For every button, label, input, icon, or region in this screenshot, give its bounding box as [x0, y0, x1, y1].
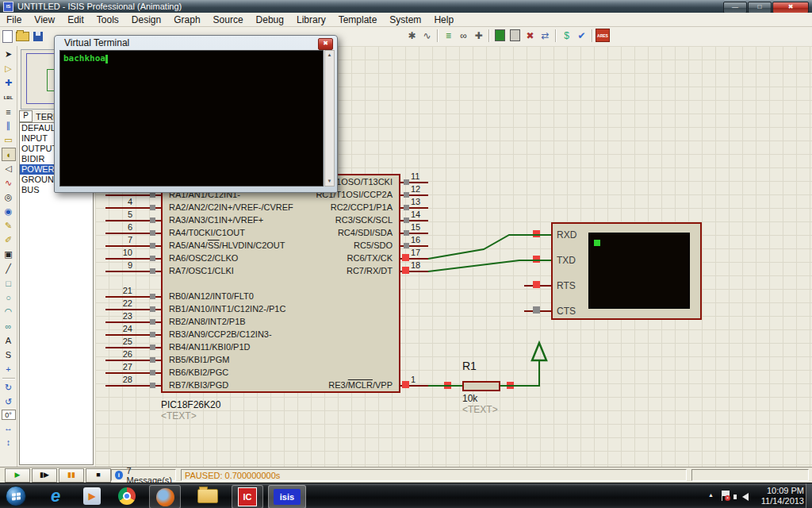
taskbar-mediaplayer-icon[interactable]: ▶ [81, 485, 103, 507]
pin-state-square [533, 306, 540, 314]
component-mode-icon[interactable]: ▷ [2, 62, 16, 75]
pin-number: 4 [105, 197, 132, 206]
taskbar-chrome-icon[interactable] [116, 485, 138, 507]
step-button[interactable]: ▮▶ [32, 468, 57, 483]
pin-number: 24 [105, 324, 132, 333]
terminal-mode-icon[interactable]: ◖ [2, 148, 16, 161]
remove-sheet-icon[interactable]: ✖ [523, 29, 537, 42]
menu-debug[interactable]: Debug [250, 14, 290, 25]
simulation-status-panel: PAUSED: 0.700000000s [181, 469, 687, 481]
property-assignment-icon[interactable]: ✚ [472, 29, 485, 42]
taskbar-isis-icon[interactable]: isis [268, 485, 306, 508]
voltage-probe-icon[interactable]: ✎ [2, 219, 16, 233]
tape-recorder-icon[interactable]: ◎ [2, 190, 16, 204]
maximize-button[interactable]: □ [748, 2, 772, 13]
buses-icon[interactable]: ∥ [2, 119, 16, 133]
stop-button[interactable]: ■ [86, 468, 111, 483]
taskbar-explorer-icon[interactable] [197, 485, 219, 507]
box-2d-icon[interactable]: □ [2, 276, 16, 290]
text-2d-icon[interactable]: A [2, 333, 16, 347]
search-tag-icon[interactable]: ∞ [457, 29, 470, 42]
menu-library[interactable]: Library [290, 14, 332, 25]
virtual-instruments-icon[interactable]: ▣ [2, 248, 16, 261]
pin-state-square [404, 179, 409, 185]
rotation-angle-field[interactable]: 0° [2, 410, 16, 420]
graph-mode-icon[interactable]: ∿ [2, 176, 16, 190]
terminal-scrollbar[interactable]: ▲ ▼ [324, 50, 335, 187]
taskbar-firefox-icon[interactable] [149, 485, 181, 508]
mirror-x-icon[interactable]: ↔ [2, 421, 16, 434]
close-button[interactable]: ✖ [772, 2, 809, 13]
title-bar[interactable]: IS UNTITLED - ISIS Professional (Animati… [0, 0, 812, 13]
junction-dot-icon[interactable]: ✚ [2, 76, 16, 90]
start-button[interactable] [6, 486, 26, 506]
device-pin-icon[interactable]: ◁ [2, 162, 16, 175]
play-button[interactable]: ▶ [5, 468, 30, 483]
text-script-icon[interactable]: ≡ [2, 105, 16, 118]
pick-terminals-button[interactable]: P [19, 110, 33, 122]
current-probe-icon[interactable]: ✐ [2, 233, 16, 247]
design-explorer-icon[interactable] [493, 29, 507, 42]
pin-number: 14 [411, 210, 420, 219]
wire-autorouter-icon[interactable]: ∿ [420, 29, 434, 42]
rotate-ccw-icon[interactable]: ↺ [2, 395, 16, 409]
scroll-down-icon[interactable]: ▼ [325, 177, 334, 186]
ares-icon[interactable]: ARES [596, 29, 610, 42]
line-2d-icon[interactable]: ╱ [2, 262, 16, 275]
menu-source[interactable]: Source [207, 14, 250, 25]
subcircuit-icon[interactable]: ▭ [2, 133, 16, 147]
new-sheet-icon[interactable] [508, 29, 522, 42]
wire-label-icon[interactable]: LBL [2, 90, 16, 104]
bill-of-materials-icon[interactable]: $ [560, 29, 573, 42]
menu-tools[interactable]: Tools [90, 14, 125, 25]
popup-close-button[interactable]: ✖ [318, 38, 333, 50]
marker-2d-icon[interactable]: + [2, 362, 16, 375]
taskbar-mikroc-icon[interactable]: IC [232, 485, 263, 508]
menu-graph[interactable]: Graph [167, 14, 206, 25]
electrical-rules-icon[interactable]: ✔ [575, 29, 588, 42]
scroll-up-icon[interactable]: ▲ [325, 51, 334, 60]
rotate-cw-icon[interactable]: ↻ [2, 381, 16, 394]
action-center-icon[interactable]: ✕ [722, 491, 730, 501]
menu-system[interactable]: System [383, 14, 427, 25]
popup-title[interactable]: Virtual Terminal [64, 37, 129, 48]
realtime-annotation-icon[interactable]: ✱ [405, 29, 419, 42]
pin-state-square [150, 357, 155, 363]
menu-edit[interactable]: Edit [61, 14, 90, 25]
generator-mode-icon[interactable]: ◉ [2, 205, 16, 218]
message-count: 7 Message(s) [127, 466, 173, 485]
menu-template[interactable]: Template [332, 14, 384, 25]
arc-2d-icon[interactable]: ◠ [2, 305, 16, 318]
path-2d-icon[interactable]: ∞ [2, 319, 16, 333]
symbol-2d-icon[interactable]: S [2, 348, 16, 361]
mode-toolbar: ➤ ▷ ✚ LBL ≡ ∥ ▭ ◖ ◁ ∿ ◎ ◉ ✎ ✐ ▣ ╱ □ ○ ◠ … [0, 46, 17, 467]
taskbar-ie-icon[interactable]: e [44, 485, 67, 507]
pin-label-rc5: RC5/SDO [254, 241, 393, 250]
open-design-icon[interactable] [16, 30, 29, 44]
netlist-compile-icon[interactable]: ≡ [442, 29, 455, 42]
menu-file[interactable]: File [0, 14, 28, 25]
pin-number: 27 [105, 362, 132, 371]
pin-state-square [150, 332, 155, 337]
minimize-button[interactable]: — [723, 2, 747, 13]
volume-icon[interactable] [742, 493, 749, 501]
resistor-body[interactable] [462, 381, 500, 391]
show-desktop-button[interactable] [806, 483, 812, 508]
terminal-output-area[interactable]: bachkhoa [59, 50, 324, 187]
taskbar-clock[interactable]: 10:09 PM 11/14/2013 [753, 486, 804, 506]
goto-sheet-icon[interactable]: ⇄ [538, 29, 552, 42]
app-icon: IS [3, 2, 13, 12]
status-spare-panel [691, 469, 809, 481]
selection-pointer-icon[interactable]: ➤ [2, 48, 16, 61]
menu-help[interactable]: Help [427, 14, 460, 25]
tray-hidden-icons-arrow[interactable]: ▲ [708, 492, 714, 498]
pin-label-rc2: RC2/CCP1/P1A [254, 202, 393, 212]
message-panel[interactable]: i 7 Message(s) [111, 469, 176, 481]
pause-button[interactable]: ▮▮ [59, 468, 84, 483]
circle-2d-icon[interactable]: ○ [2, 291, 16, 304]
save-design-icon[interactable] [31, 30, 44, 44]
menu-design[interactable]: Design [125, 14, 167, 25]
menu-view[interactable]: View [28, 14, 61, 25]
new-design-icon[interactable] [1, 30, 14, 44]
mirror-y-icon[interactable]: ↕ [2, 435, 16, 448]
